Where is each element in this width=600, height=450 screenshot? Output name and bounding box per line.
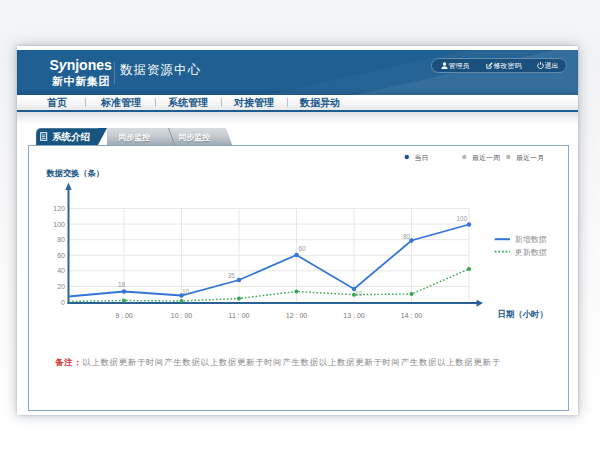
svg-text:100: 100	[457, 215, 468, 222]
svg-text:13 : 00: 13 : 00	[343, 312, 365, 319]
svg-text:120: 120	[53, 205, 65, 212]
svg-text:当日: 当日	[415, 154, 429, 162]
svg-text:35: 35	[228, 272, 236, 279]
svg-text:日期（小时）: 日期（小时）	[498, 309, 548, 319]
svg-text:更新数据: 更新数据	[515, 248, 547, 257]
svg-text:14 : 00: 14 : 00	[401, 312, 423, 319]
svg-text:10: 10	[182, 288, 190, 295]
svg-text:数据交换（条）: 数据交换（条）	[46, 168, 104, 178]
svg-text:11 : 00: 11 : 00	[229, 312, 250, 319]
svg-text:0: 0	[61, 299, 65, 306]
svg-text:12 : 00: 12 : 00	[286, 312, 308, 319]
svg-text:18: 18	[118, 281, 126, 288]
svg-text:最近一周: 最近一周	[472, 154, 500, 161]
svg-text:20: 20	[57, 283, 65, 290]
svg-text:9 : 00: 9 : 00	[115, 312, 133, 319]
svg-text:新增数据: 新增数据	[515, 235, 547, 244]
svg-text:40: 40	[57, 267, 65, 274]
svg-text:60: 60	[299, 245, 307, 252]
svg-text:100: 100	[53, 221, 65, 228]
svg-text:10: 10	[355, 290, 363, 297]
svg-text:最近一月: 最近一月	[516, 154, 544, 162]
svg-text:80: 80	[57, 236, 65, 243]
svg-text:60: 60	[57, 252, 65, 259]
svg-text:80: 80	[403, 233, 411, 240]
svg-text:10 : 00: 10 : 00	[171, 312, 193, 319]
